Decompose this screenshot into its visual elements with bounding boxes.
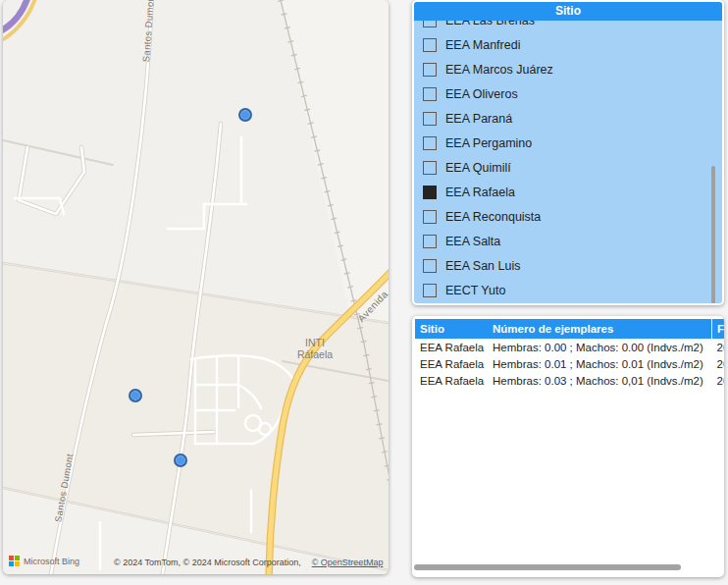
table-row[interactable]: EEA RafaelaHembras: 0.01 ; Machos: 0.01 … [415, 355, 724, 372]
checkbox-icon[interactable] [423, 259, 437, 273]
checkbox-icon[interactable] [423, 235, 437, 248]
table-row[interactable]: EEA RafaelaHembras: 0.03 ; Machos: 0,01 … [415, 372, 724, 389]
map-marker[interactable] [129, 389, 142, 402]
slicer-item-eea-san-luis[interactable]: EEA San Luis [414, 253, 722, 278]
column-header-fecha[interactable]: Fech [712, 319, 725, 339]
table-horizontal-scrollbar[interactable] [414, 564, 681, 570]
slicer-item-label: EEA Quimilí [445, 161, 511, 175]
copyright-text: © 2024 TomTom, © 2024 Microsoft Corporat… [114, 558, 301, 567]
column-header-ejemplares[interactable]: Número de ejemplares [488, 319, 712, 339]
slicer-item-list: EEA Las BreñasEEA ManfrediEEA Marcos Juá… [414, 8, 722, 302]
cell-ejemplares: Hembras: 0.00 ; Machos: 0.00 (Indvs./m2) [488, 339, 712, 355]
checkbox-checked-icon[interactable] [423, 186, 437, 199]
checkbox-icon[interactable] [423, 63, 437, 77]
checkbox-icon[interactable] [423, 112, 437, 126]
slicer-item-label: EEA San Luis [445, 259, 520, 273]
slicer-item-label: EEA Pergamino [445, 136, 532, 150]
cell-sitio: EEA Rafaela [415, 355, 488, 372]
slicer-item-label: EEA Oliveros [445, 87, 518, 101]
slicer-item-eea-oliveros[interactable]: EEA Oliveros [414, 81, 722, 106]
slicer-item-label: EEA Paraná [445, 112, 512, 126]
slicer-item-label: EEA Salta [445, 235, 500, 248]
slicer-item-label: EEA Reconquista [445, 210, 541, 224]
cell-fecha: 26/0 [712, 355, 725, 372]
microsoft-logo-icon [9, 556, 20, 566]
slicer-title: Sitio [414, 2, 722, 21]
bing-logo-text: Microsoft Bing [24, 557, 79, 566]
slicer-item-eea-salta[interactable]: EEA Salta [414, 229, 722, 253]
table-row[interactable]: EEA RafaelaHembras: 0.00 ; Machos: 0.00 … [415, 339, 724, 355]
map-tiles [3, 0, 389, 574]
slicer-scrollbar[interactable] [711, 166, 715, 303]
microsoft-bing-logo: Microsoft Bing [9, 556, 79, 566]
checkbox-icon[interactable] [423, 210, 437, 224]
table-body: EEA RafaelaHembras: 0.00 ; Machos: 0.00 … [415, 339, 724, 389]
data-table-visual: SitioNúmero de ejemplaresFech EEA Rafael… [412, 316, 724, 577]
map-visual[interactable]: Santos Dumont Santos Dumont Avenida INTI… [3, 0, 389, 574]
checkbox-icon[interactable] [423, 136, 437, 150]
slicer-body: EEA Las BreñasEEA ManfrediEEA Marcos Juá… [414, 2, 722, 303]
column-header-sitio[interactable]: Sitio [415, 319, 488, 339]
cell-sitio: EEA Rafaela [415, 372, 488, 389]
slicer-item-label: EECT Yuto [445, 284, 505, 297]
slicer-item-eea-quimil-[interactable]: EEA Quimilí [414, 155, 722, 180]
sitio-table: SitioNúmero de ejemplaresFech EEA Rafael… [415, 319, 724, 389]
cell-fecha: 26/0 [712, 339, 725, 355]
sitio-slicer: EEA Las BreñasEEA ManfrediEEA Marcos Juá… [412, 0, 724, 305]
map-attribution: © 2024 TomTom, © 2024 Microsoft Corporat… [114, 558, 389, 567]
map-marker[interactable] [174, 453, 187, 467]
slicer-item-eea-reconquista[interactable]: EEA Reconquista [414, 204, 722, 229]
slicer-item-eea-marcos-ju-rez[interactable]: EEA Marcos Juárez [414, 57, 722, 81]
openstreetmap-link[interactable]: © OpenStreetMap [312, 558, 384, 567]
slicer-item-eea-paran-[interactable]: EEA Paraná [414, 106, 722, 131]
cell-fecha: 26/0 [712, 372, 725, 389]
cell-ejemplares: Hembras: 0.01 ; Machos: 0.01 (Indvs./m2) [488, 355, 712, 372]
slicer-item-eea-rafaela[interactable]: EEA Rafaela [414, 180, 722, 204]
checkbox-icon[interactable] [423, 161, 437, 175]
slicer-item-eea-manfredi[interactable]: EEA Manfredi [414, 32, 722, 57]
cell-sitio: EEA Rafaela [415, 339, 488, 355]
cell-ejemplares: Hembras: 0.03 ; Machos: 0,01 (Indvs./m2) [488, 372, 712, 389]
checkbox-icon[interactable] [423, 87, 437, 101]
checkbox-icon[interactable] [423, 284, 437, 297]
table-header-row: SitioNúmero de ejemplaresFech [415, 319, 724, 339]
map-marker[interactable] [238, 108, 252, 122]
slicer-item-eea-pergamino[interactable]: EEA Pergamino [414, 131, 722, 155]
checkbox-icon[interactable] [423, 38, 437, 52]
slicer-item-eect-yuto[interactable]: EECT Yuto [414, 278, 722, 302]
slicer-item-label: EEA Rafaela [445, 186, 515, 199]
slicer-item-label: EEA Marcos Juárez [445, 63, 553, 77]
slicer-item-label: EEA Manfredi [445, 38, 520, 52]
